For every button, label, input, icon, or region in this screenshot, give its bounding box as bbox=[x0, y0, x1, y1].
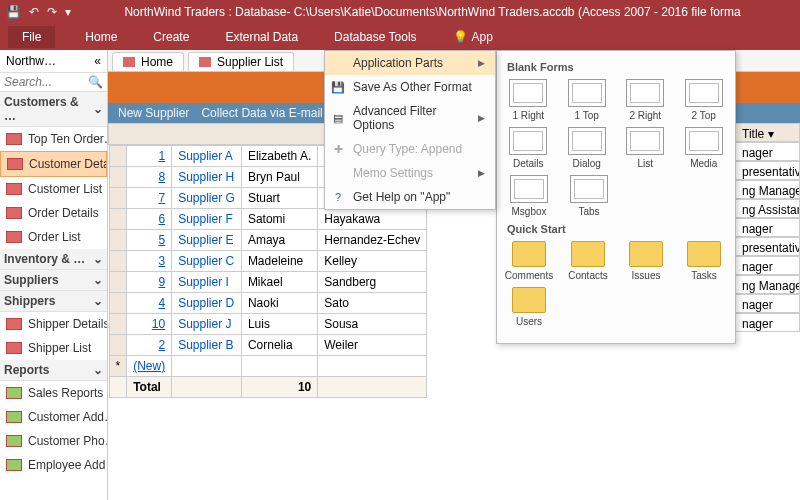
gallery-item[interactable]: Users bbox=[507, 287, 551, 327]
nav-employee-add[interactable]: Employee Add… bbox=[0, 453, 107, 477]
cell-company[interactable]: Supplier H bbox=[172, 167, 242, 188]
new-supplier-link[interactable]: New Supplier bbox=[118, 106, 189, 120]
search-input[interactable] bbox=[4, 75, 88, 89]
cell-title[interactable]: ng Manager bbox=[736, 180, 800, 199]
menu-advanced-filter[interactable]: ▤Advanced Filter Options▶ bbox=[325, 99, 495, 137]
table-row[interactable]: 3 Supplier C Madeleine Kelley bbox=[109, 251, 427, 272]
cell-id[interactable]: 4 bbox=[127, 293, 172, 314]
cell-first-name[interactable]: Elizabeth A. bbox=[241, 146, 317, 167]
gallery-item[interactable]: Dialog bbox=[566, 127, 609, 169]
cell-first-name[interactable]: Madeleine bbox=[241, 251, 317, 272]
row-selector[interactable] bbox=[109, 293, 127, 314]
cell-last-name[interactable]: Hernandez-Echev bbox=[318, 230, 427, 251]
tab-create[interactable]: Create bbox=[147, 26, 195, 48]
group-shippers[interactable]: Shippers⌄ bbox=[0, 291, 107, 312]
table-row[interactable]: 10 Supplier J Luis Sousa bbox=[109, 314, 427, 335]
tab-home[interactable]: Home bbox=[79, 26, 123, 48]
row-selector[interactable] bbox=[109, 251, 127, 272]
menu-application-parts[interactable]: Application Parts▶ bbox=[325, 51, 495, 75]
gallery-item[interactable]: Msgbox bbox=[507, 175, 551, 217]
gallery-item[interactable]: List bbox=[624, 127, 667, 169]
cell-company[interactable]: Supplier G bbox=[172, 188, 242, 209]
table-row[interactable]: 6 Supplier F Satomi Hayakawa bbox=[109, 209, 427, 230]
cell-new[interactable]: (New) bbox=[127, 356, 172, 377]
gallery-item[interactable]: Tasks bbox=[683, 241, 725, 281]
shutter-icon[interactable]: « bbox=[94, 54, 101, 68]
qat-dropdown-icon[interactable]: ▾ bbox=[65, 5, 71, 19]
gallery-item[interactable]: Contacts bbox=[567, 241, 609, 281]
cell-first-name[interactable]: Luis bbox=[241, 314, 317, 335]
row-selector[interactable] bbox=[109, 335, 127, 356]
collect-data-link[interactable]: Collect Data via E-mail bbox=[201, 106, 322, 120]
cell-first-name[interactable]: Cornelia bbox=[241, 335, 317, 356]
row-selector[interactable] bbox=[109, 314, 127, 335]
cell-title[interactable]: nager bbox=[736, 313, 800, 332]
cell-id[interactable]: 5 bbox=[127, 230, 172, 251]
search-icon[interactable]: 🔍 bbox=[88, 75, 103, 89]
doctab-supplier-list[interactable]: Supplier List bbox=[188, 52, 294, 71]
nav-header[interactable]: Northw… « bbox=[0, 50, 107, 73]
gallery-item[interactable]: 2 Top bbox=[683, 79, 726, 121]
nav-customer-details[interactable]: Customer Deta… bbox=[0, 151, 107, 177]
cell-first-name[interactable]: Naoki bbox=[241, 293, 317, 314]
row-selector[interactable] bbox=[109, 188, 127, 209]
gallery-item[interactable]: Comments bbox=[507, 241, 551, 281]
cell-first-name[interactable]: Bryn Paul bbox=[241, 167, 317, 188]
menu-save-as-other[interactable]: 💾Save As Other Format bbox=[325, 75, 495, 99]
group-inventory[interactable]: Inventory & …⌄ bbox=[0, 249, 107, 270]
gallery-item[interactable]: 1 Right bbox=[507, 79, 550, 121]
nav-customer-list[interactable]: Customer List bbox=[0, 177, 107, 201]
row-selector[interactable] bbox=[109, 230, 127, 251]
row-selector[interactable] bbox=[109, 167, 127, 188]
cell-title[interactable]: nager bbox=[736, 218, 800, 237]
cell-title[interactable]: presentativ bbox=[736, 161, 800, 180]
table-row[interactable]: 4 Supplier D Naoki Sato bbox=[109, 293, 427, 314]
gallery-item[interactable]: Tabs bbox=[567, 175, 611, 217]
cell-first-name[interactable]: Stuart bbox=[241, 188, 317, 209]
table-row[interactable]: 5 Supplier E Amaya Hernandez-Echev bbox=[109, 230, 427, 251]
table-row[interactable]: 9 Supplier I Mikael Sandberg bbox=[109, 272, 427, 293]
nav-order-details[interactable]: Order Details bbox=[0, 201, 107, 225]
cell-company[interactable]: Supplier F bbox=[172, 209, 242, 230]
cell-last-name[interactable]: Kelley bbox=[318, 251, 427, 272]
cell-company[interactable]: Supplier C bbox=[172, 251, 242, 272]
cell-last-name[interactable]: Sousa bbox=[318, 314, 427, 335]
cell-id[interactable]: 7 bbox=[127, 188, 172, 209]
nav-customer-add[interactable]: Customer Add… bbox=[0, 405, 107, 429]
tab-external-data[interactable]: External Data bbox=[219, 26, 304, 48]
row-selector[interactable] bbox=[109, 272, 127, 293]
cell-title[interactable]: nager bbox=[736, 294, 800, 313]
group-customers[interactable]: Customers & …⌄ bbox=[0, 92, 107, 127]
tab-database-tools[interactable]: Database Tools bbox=[328, 26, 423, 48]
tab-file[interactable]: File bbox=[8, 26, 55, 48]
cell-company[interactable]: Supplier J bbox=[172, 314, 242, 335]
cell-title[interactable]: ng Assistant bbox=[736, 199, 800, 218]
row-selector[interactable] bbox=[109, 209, 127, 230]
nav-sales-reports[interactable]: Sales Reports … bbox=[0, 381, 107, 405]
save-icon[interactable]: 💾 bbox=[6, 5, 21, 19]
cell-title[interactable]: presentativ bbox=[736, 237, 800, 256]
group-suppliers[interactable]: Suppliers⌄ bbox=[0, 270, 107, 291]
cell-id[interactable]: 10 bbox=[127, 314, 172, 335]
cell-last-name[interactable]: Hayakawa bbox=[318, 209, 427, 230]
cell-id[interactable]: 1 bbox=[127, 146, 172, 167]
nav-shipper-details[interactable]: Shipper Details bbox=[0, 312, 107, 336]
cell-company[interactable]: Supplier D bbox=[172, 293, 242, 314]
nav-top-ten[interactable]: Top Ten Order… bbox=[0, 127, 107, 151]
new-row[interactable]: * (New) bbox=[109, 356, 427, 377]
gallery-item[interactable]: 2 Right bbox=[624, 79, 667, 121]
nav-customer-pho[interactable]: Customer Pho… bbox=[0, 429, 107, 453]
col-title[interactable]: Title ▾ bbox=[736, 123, 800, 142]
cell-title[interactable]: nager bbox=[736, 256, 800, 275]
menu-get-help[interactable]: ?Get Help on "App" bbox=[325, 185, 495, 209]
cell-company[interactable]: Supplier B bbox=[172, 335, 242, 356]
gallery-item[interactable]: 1 Top bbox=[566, 79, 609, 121]
cell-last-name[interactable]: Weiler bbox=[318, 335, 427, 356]
cell-company[interactable]: Supplier A bbox=[172, 146, 242, 167]
cell-id[interactable]: 3 bbox=[127, 251, 172, 272]
redo-icon[interactable]: ↷ bbox=[47, 5, 57, 19]
nav-order-list[interactable]: Order List bbox=[0, 225, 107, 249]
gallery-item[interactable]: Issues bbox=[625, 241, 667, 281]
table-row[interactable]: 2 Supplier B Cornelia Weiler bbox=[109, 335, 427, 356]
tell-me[interactable]: 💡 App bbox=[447, 26, 499, 48]
